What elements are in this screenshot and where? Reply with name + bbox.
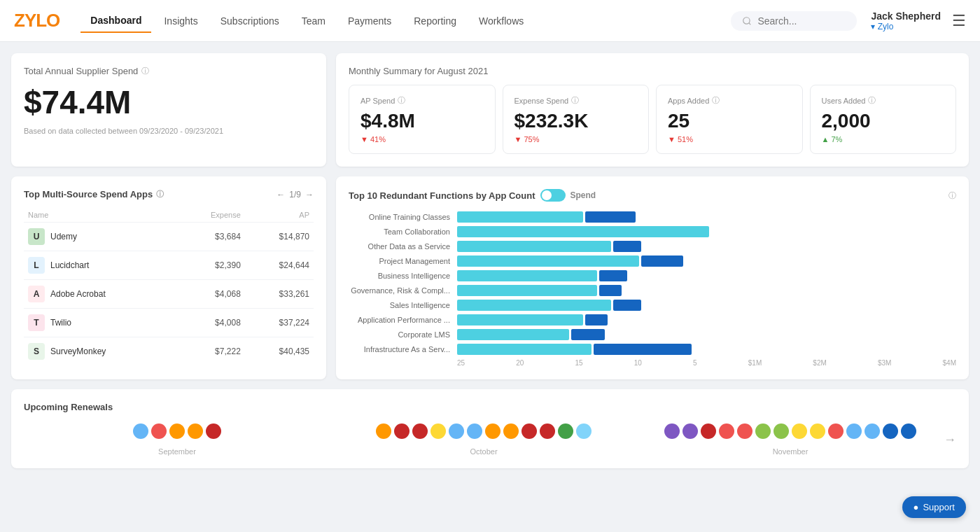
renewal-dot[interactable] [810,424,825,439]
renewal-dot[interactable] [737,424,752,439]
blue-bar [641,255,683,267]
renewal-dot[interactable] [206,424,221,439]
ap-value: $40,435 [245,337,314,366]
renewal-dot[interactable] [169,424,185,439]
nav-link-dashboard[interactable]: Dashboard [80,9,151,33]
renewal-month: September [24,424,330,456]
chart-title: Top 10 Redundant Functions by App Count … [349,189,596,202]
nav-link-subscriptions[interactable]: Subscriptions [211,10,289,32]
metric-value: $232.3K [514,110,638,132]
renewal-dot[interactable] [412,424,428,439]
table-row[interactable]: A Adobe Acrobat $4,068 $33,261 [24,280,314,309]
metric-box-2: Apps Added ⓘ 25 51% [656,85,803,154]
renewal-dot[interactable] [846,424,862,439]
table-row[interactable]: U Udemy $3,684 $14,870 [24,223,314,251]
chart-info-icon: ⓘ [948,190,956,201]
nav-link-workflows[interactable]: Workflows [469,10,533,32]
chart-toggle[interactable]: Spend [540,189,596,202]
bar-chart: Online Training Classes Team Collaborati… [349,211,956,355]
spend-value: $74.4M [24,83,314,121]
col-header-name: Name [24,208,177,223]
app-name: SurveyMonkey [50,346,106,356]
bar-label: Project Management [349,257,457,265]
app-icon: U [28,228,45,245]
metric-change: 41% [360,135,484,144]
table-info-icon: ⓘ [156,189,164,200]
renewal-dot[interactable] [376,424,391,439]
renewal-dot[interactable] [151,424,167,439]
renewal-dot[interactable] [576,424,592,439]
bar-label: Business Intelligence [349,272,457,280]
change-arrow [822,135,830,144]
renewal-dot[interactable] [449,424,464,439]
next-page[interactable]: → [305,190,314,200]
renewal-dot[interactable] [828,424,844,439]
expense-value: $4,008 [177,309,245,337]
renewal-dot[interactable] [485,424,500,439]
metric-value: 25 [668,110,791,132]
renewal-dot[interactable] [883,424,898,439]
renewal-dot[interactable] [901,424,916,439]
hamburger-menu[interactable]: ☰ [952,12,966,30]
toggle-button[interactable] [540,189,566,202]
renewal-dot[interactable] [467,424,482,439]
spend-apps-card: Top Multi-Source Spend Apps ⓘ ← 1/9 → Na… [11,176,326,379]
renewal-dot[interactable] [701,424,716,439]
renewal-dot[interactable] [664,424,680,439]
table-row[interactable]: T Twilio $4,008 $37,224 [24,309,314,337]
renewal-dot[interactable] [792,424,807,439]
renewal-dot[interactable] [774,424,789,439]
renewals-next[interactable]: → [944,433,956,447]
renewal-dot[interactable] [394,424,410,439]
nav-link-reporting[interactable]: Reporting [404,10,466,32]
table-header: Top Multi-Source Spend Apps ⓘ ← 1/9 → [24,189,314,200]
renewal-dot[interactable] [558,424,573,439]
nav-link-payments[interactable]: Payments [338,10,401,32]
chart-bar-row: Team Collaboration [349,226,956,237]
bar-label: Other Data as a Service [349,242,457,251]
pagination[interactable]: ← 1/9 → [276,190,314,200]
search-bar[interactable] [731,11,857,31]
blue-bar [585,314,608,326]
bars-container [457,241,956,252]
table-row[interactable]: L Lucidchart $2,390 $24,644 [24,251,314,280]
svg-point-0 [743,17,750,23]
renewal-dot[interactable] [540,424,555,439]
renewal-dots [376,424,592,439]
ap-value: $33,261 [245,280,314,309]
metric-change: 7% [822,135,945,144]
renewal-dot[interactable] [430,424,446,439]
nav-link-team[interactable]: Team [292,10,335,32]
renewal-dot[interactable] [719,424,734,439]
metric-value: $4.8M [360,110,484,132]
renewal-month-label: September [158,447,196,456]
metric-label: AP Spend ⓘ [360,95,484,106]
renewal-dot[interactable] [188,424,203,439]
renewal-dot[interactable] [522,424,537,439]
renewal-dot[interactable] [503,424,519,439]
renewal-dot[interactable] [755,424,771,439]
table-title: Top Multi-Source Spend Apps ⓘ [24,189,164,200]
user-menu[interactable]: Jack Shepherd ▾ Zylo [871,10,941,31]
bar-label: Corporate LMS [349,330,457,339]
nav-link-insights[interactable]: Insights [154,10,207,32]
x-axis-label: 10 [634,359,642,367]
change-arrow [514,135,522,144]
prev-page[interactable]: ← [276,190,285,200]
search-input[interactable] [757,15,841,27]
renewal-dot[interactable] [133,424,148,439]
renewal-dot[interactable] [864,424,880,439]
main-content: Total Annual Supplier Spend ⓘ $74.4M Bas… [0,42,980,479]
teal-bar [457,314,583,326]
chart-bar-row: Business Intelligence [349,270,956,281]
svg-line-1 [749,22,751,24]
bars-container [457,329,956,340]
chart-bar-row: Online Training Classes [349,211,956,223]
bar-label: Online Training Classes [349,213,457,221]
renewal-dot[interactable] [682,424,698,439]
table-row[interactable]: S SurveyMonkey $7,222 $40,435 [24,337,314,366]
bars-container [457,270,956,281]
spend-card-title: Total Annual Supplier Spend ⓘ [24,66,314,76]
middle-row: Top Multi-Source Spend Apps ⓘ ← 1/9 → Na… [11,176,969,379]
teal-bar [457,300,611,311]
